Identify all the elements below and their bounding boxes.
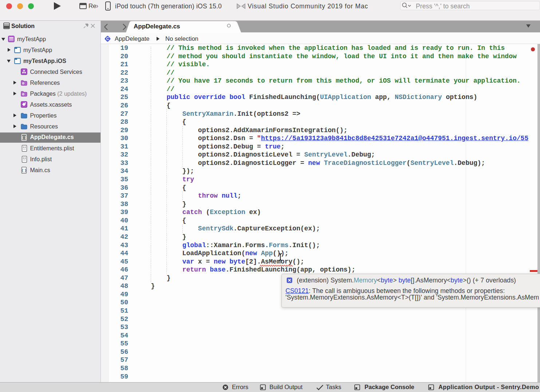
- svg-text:{ }: { }: [21, 169, 26, 173]
- svg-text:C: C: [106, 36, 109, 41]
- svg-text:{ }: { }: [21, 136, 26, 140]
